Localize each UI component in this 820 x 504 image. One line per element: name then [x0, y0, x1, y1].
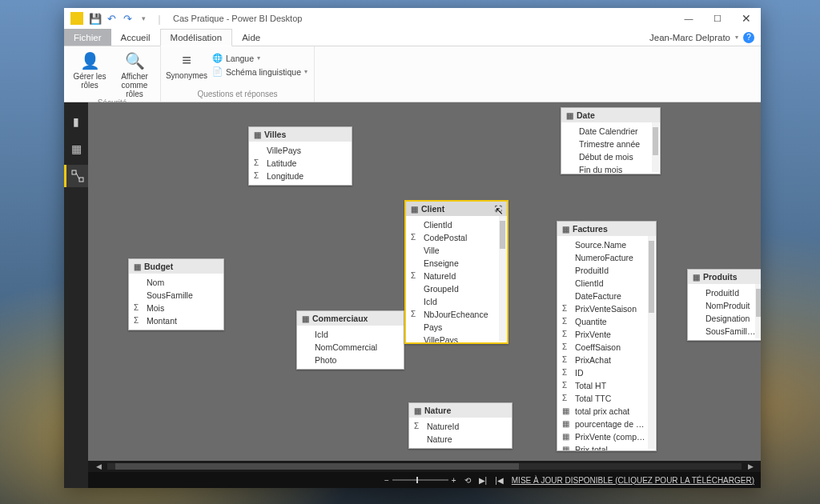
table-field[interactable]: Nom	[129, 276, 223, 289]
view-as-roles-button[interactable]: 🔍 Afficher comme rôles	[115, 51, 154, 98]
table-field[interactable]: ProduitId	[557, 264, 656, 277]
table-field[interactable]: ΣNatureId	[409, 420, 512, 433]
table-field[interactable]: ΣLatitude	[249, 157, 352, 170]
close-button[interactable]: ✕	[732, 8, 761, 29]
table-field[interactable]: GroupeId	[406, 282, 507, 295]
table-field[interactable]: NomCommercial	[297, 341, 404, 354]
table-field[interactable]: ΣTotal HT	[557, 379, 656, 392]
table-field[interactable]: ΣNatureId	[406, 270, 507, 282]
qat-dropdown-icon[interactable]: ▾	[136, 14, 151, 22]
save-icon[interactable]: 💾	[88, 13, 102, 25]
field-name: VillePays	[424, 335, 458, 342]
next-page-icon[interactable]: |◀	[495, 476, 504, 485]
tab-file[interactable]: Fichier	[64, 29, 111, 46]
user-account[interactable]: Jean-Marc Delprato ▾ ?	[643, 29, 761, 46]
table-field[interactable]: SousFamilleId	[688, 325, 761, 338]
table-field[interactable]: Date Calendrier	[561, 125, 660, 138]
table-field[interactable]: IcId	[297, 328, 404, 341]
help-icon[interactable]: ?	[743, 32, 754, 43]
zoom-slider[interactable]: − +	[384, 476, 456, 485]
tab-help[interactable]: Aide	[232, 29, 270, 46]
maximize-button[interactable]: ☐	[703, 8, 732, 29]
card-scrollbar[interactable]	[499, 216, 506, 341]
table-field[interactable]: Ville	[406, 244, 507, 257]
table-client[interactable]: ▦Client⛶ ClientIdΣCodePostalVilleEnseign…	[404, 200, 508, 344]
table-field[interactable]: DateFacture	[557, 290, 656, 302]
table-field[interactable]: ClientId	[557, 277, 656, 290]
field-name: CodePostal	[424, 233, 467, 242]
table-field[interactable]: SousFamille	[129, 289, 223, 302]
update-available-link[interactable]: MISE À JOUR DISPONIBLE (CLIQUEZ POUR LA …	[512, 476, 754, 485]
table-field[interactable]: NumeroFacture	[557, 251, 656, 264]
scroll-right-icon[interactable]: ▶	[743, 461, 758, 472]
scroll-thumb[interactable]	[115, 463, 519, 470]
card-scrollbar[interactable]	[755, 284, 761, 338]
model-view-button[interactable]	[64, 165, 88, 187]
table-field[interactable]: Photo	[297, 354, 404, 366]
table-field[interactable]: IcId	[406, 295, 507, 308]
table-field[interactable]: VillePays	[406, 334, 507, 342]
table-name: Commerciaux	[312, 314, 368, 323]
zoom-in-icon[interactable]: +	[452, 476, 456, 485]
table-name: Date	[577, 110, 595, 120]
undo-icon[interactable]: ↶	[104, 13, 119, 25]
table-field[interactable]: ProduitId	[688, 286, 761, 299]
table-budget[interactable]: ▦Budget NomSousFamilleΣMoisΣMontant	[128, 258, 224, 330]
synonyms-button[interactable]: ≡ Synonymes	[167, 51, 206, 80]
table-field[interactable]: Début de mois	[561, 150, 660, 163]
table-field[interactable]: ΣQuantite	[557, 315, 656, 328]
table-field[interactable]: ΣPrixAchat	[557, 354, 656, 366]
table-field[interactable]: Pays	[406, 321, 507, 334]
table-field[interactable]: ▦Prix total	[557, 443, 656, 450]
table-produits[interactable]: ▦Produits ProduitIdNomProduitDesignation…	[687, 269, 761, 341]
scroll-left-icon[interactable]: ◀	[91, 461, 106, 472]
table-field[interactable]: ΣCodePostal	[406, 231, 507, 244]
table-villes[interactable]: ▦Villes VillePaysΣLatitudeΣLongitude	[248, 126, 352, 186]
tab-home[interactable]: Accueil	[111, 29, 160, 46]
table-field[interactable]: ΣPrixVente	[557, 328, 656, 341]
tab-modeling[interactable]: Modélisation	[160, 29, 233, 46]
table-field[interactable]: Nature	[409, 433, 512, 446]
table-field[interactable]: ΣPrixVenteSaison	[557, 302, 656, 315]
card-scrollbar[interactable]	[648, 236, 655, 449]
table-field[interactable]: ΣLongitude	[249, 170, 352, 182]
table-field[interactable]: Source.Name	[557, 238, 656, 251]
field-type-icon: Σ	[562, 381, 567, 390]
card-scrollbar[interactable]	[652, 122, 659, 172]
language-dropdown[interactable]: 🌐Langue ▾	[212, 53, 308, 63]
table-field[interactable]: ΣMois	[129, 302, 223, 314]
table-nature[interactable]: ▦Nature ΣNatureIdNature	[408, 402, 512, 449]
table-date[interactable]: ▦Date Date CalendrierTrimestre annéeDébu…	[561, 107, 661, 174]
field-name: NbJourEcheance	[424, 310, 488, 319]
minimize-button[interactable]: —	[674, 8, 703, 29]
table-field[interactable]: ΣTotal TTC	[557, 392, 656, 405]
linguistic-schema-dropdown[interactable]: 📄Schéma linguistique ▾	[212, 66, 308, 77]
table-factures[interactable]: ▦Factures Source.NameNumeroFactureProdui…	[557, 221, 657, 451]
field-type-icon: Σ	[562, 394, 567, 402]
table-field[interactable]: ▦pourcentage de mar…	[557, 418, 656, 430]
table-field[interactable]: VillePays	[249, 144, 352, 157]
table-field[interactable]: ▦total prix achat	[557, 405, 656, 418]
table-field[interactable]: ▦PrixVente (compartim…	[557, 430, 656, 443]
svg-rect-1	[79, 178, 83, 182]
table-field[interactable]: NomProduit	[688, 299, 761, 312]
table-field[interactable]: ΣID	[557, 366, 656, 379]
zoom-out-icon[interactable]: −	[384, 476, 389, 485]
table-field[interactable]: ClientId	[406, 218, 507, 231]
table-field[interactable]: ΣMontant	[129, 314, 223, 327]
table-field[interactable]: Enseigne	[406, 257, 507, 270]
redo-icon[interactable]: ↷	[120, 13, 135, 25]
manage-roles-button[interactable]: 👤 Gérer les rôles	[70, 51, 109, 90]
fit-to-page-icon[interactable]: ⟲	[464, 476, 471, 485]
model-canvas[interactable]: 1 1 * 1 ▦Villes VillePaysΣLatitudeΣLongi…	[88, 102, 761, 461]
table-field[interactable]: Designation	[688, 312, 761, 325]
table-commerciaux[interactable]: ▦Commerciaux IcIdNomCommercialPhoto	[296, 310, 404, 370]
table-field[interactable]: Trimestre année	[561, 138, 660, 150]
data-view-button[interactable]: ▦	[64, 138, 88, 160]
prev-page-icon[interactable]: ▶|	[479, 476, 488, 485]
report-view-button[interactable]: ▮	[64, 110, 88, 133]
table-field[interactable]: Fin du mois	[561, 163, 660, 174]
table-field[interactable]: ΣNbJourEcheance	[406, 308, 507, 321]
table-field[interactable]: ΣCoeffSaison	[557, 341, 656, 354]
horizontal-scrollbar[interactable]: ◀ ▶	[88, 461, 761, 472]
